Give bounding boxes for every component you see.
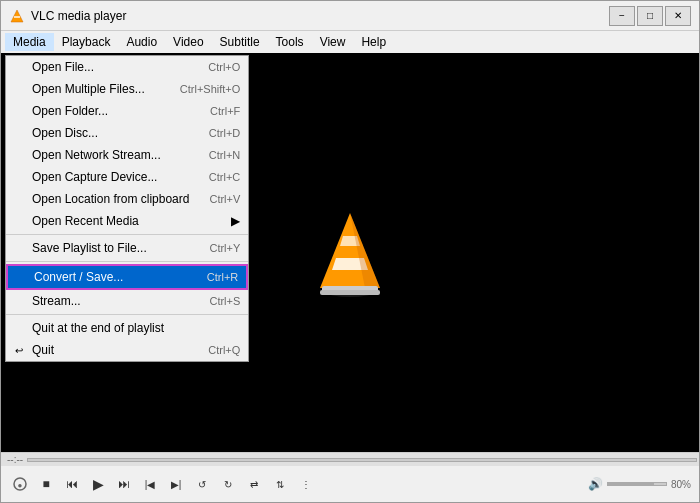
menu-tools[interactable]: Tools — [268, 33, 312, 51]
menu-video[interactable]: Video — [165, 33, 211, 51]
open-multiple-icon — [12, 82, 26, 96]
svg-text:●: ● — [18, 481, 23, 490]
menu-playback[interactable]: Playback — [54, 33, 119, 51]
extra-button[interactable]: ⋮ — [295, 473, 317, 495]
random-icon: ● — [13, 477, 27, 491]
menu-quit[interactable]: ↩ Quit Ctrl+Q — [6, 339, 248, 361]
controls-area: --:-- ● ■ ⏮ ▶ ⏭ |◀ ▶| — [1, 452, 699, 502]
open-file-icon — [12, 60, 26, 74]
frame-next-button[interactable]: ▶| — [165, 473, 187, 495]
menu-open-file[interactable]: Open File... Ctrl+O — [6, 56, 248, 78]
title-bar: VLC media player − □ ✕ — [1, 1, 699, 31]
progress-bar[interactable] — [27, 458, 697, 462]
menu-subtitle[interactable]: Subtitle — [212, 33, 268, 51]
menu-open-disc[interactable]: Open Disc... Ctrl+D — [6, 122, 248, 144]
menu-open-multiple[interactable]: Open Multiple Files... Ctrl+Shift+O — [6, 78, 248, 100]
recent-icon — [12, 214, 26, 228]
convert-icon — [14, 270, 28, 284]
capture-icon — [12, 170, 26, 184]
media-dropdown: Open File... Ctrl+O Open Multiple Files.… — [5, 55, 249, 362]
menu-open-network[interactable]: Open Network Stream... Ctrl+N — [6, 144, 248, 166]
stop-button[interactable]: ■ — [35, 473, 57, 495]
window-title: VLC media player — [31, 9, 609, 23]
svg-rect-1 — [14, 16, 20, 18]
menu-open-folder[interactable]: Open Folder... Ctrl+F — [6, 100, 248, 122]
close-button[interactable]: ✕ — [665, 6, 691, 26]
progress-container[interactable]: --:-- — [1, 452, 699, 466]
controls-row: ● ■ ⏮ ▶ ⏭ |◀ ▶| ↺ ↻ ⇄ ⇅ ⋮ 🔊 — [1, 466, 699, 502]
menu-convert-save[interactable]: Convert / Save... Ctrl+R — [6, 264, 248, 290]
loop-all-button[interactable]: ↻ — [217, 473, 239, 495]
next-button[interactable]: ⏭ — [113, 473, 135, 495]
volume-label: 80% — [671, 479, 691, 490]
window-controls: − □ ✕ — [609, 6, 691, 26]
menu-media[interactable]: Media Open File... Ctrl+O Open Multiple … — [5, 33, 54, 51]
menu-separator-2 — [6, 261, 248, 262]
random-button[interactable]: ● — [9, 473, 31, 495]
quit-icon: ↩ — [12, 343, 26, 357]
menu-stream[interactable]: Stream... Ctrl+S — [6, 290, 248, 312]
app-icon — [9, 8, 25, 24]
play-button[interactable]: ▶ — [87, 473, 109, 495]
menu-open-location[interactable]: Open Location from clipboard Ctrl+V — [6, 188, 248, 210]
maximize-button[interactable]: □ — [637, 6, 663, 26]
menu-separator-1 — [6, 234, 248, 235]
stream-icon — [12, 294, 26, 308]
menu-audio[interactable]: Audio — [118, 33, 165, 51]
minimize-button[interactable]: − — [609, 6, 635, 26]
menu-open-recent[interactable]: Open Recent Media ▶ — [6, 210, 248, 232]
frame-prev-button[interactable]: |◀ — [139, 473, 161, 495]
vlc-window: VLC media player − □ ✕ Media Open File..… — [0, 0, 700, 503]
shuffle-button[interactable]: ⇄ — [243, 473, 265, 495]
time-current: --:-- — [3, 454, 27, 465]
menu-bar: Media Open File... Ctrl+O Open Multiple … — [1, 31, 699, 53]
loop-button[interactable]: ↺ — [191, 473, 213, 495]
save-icon — [12, 241, 26, 255]
menu-save-playlist[interactable]: Save Playlist to File... Ctrl+Y — [6, 237, 248, 259]
random-shuffle-button[interactable]: ⇅ — [269, 473, 291, 495]
quit-end-icon — [12, 321, 26, 335]
menu-open-capture[interactable]: Open Capture Device... Ctrl+C — [6, 166, 248, 188]
vlc-cone — [310, 208, 390, 298]
menu-help[interactable]: Help — [353, 33, 394, 51]
open-folder-icon — [12, 104, 26, 118]
disc-icon — [12, 126, 26, 140]
volume-slider[interactable] — [607, 482, 667, 486]
menu-separator-3 — [6, 314, 248, 315]
prev-button[interactable]: ⏮ — [61, 473, 83, 495]
network-icon — [12, 148, 26, 162]
menu-quit-end[interactable]: Quit at the end of playlist — [6, 317, 248, 339]
volume-icon: 🔊 — [588, 477, 603, 491]
location-icon — [12, 192, 26, 206]
menu-view[interactable]: View — [312, 33, 354, 51]
svg-rect-8 — [320, 290, 380, 295]
